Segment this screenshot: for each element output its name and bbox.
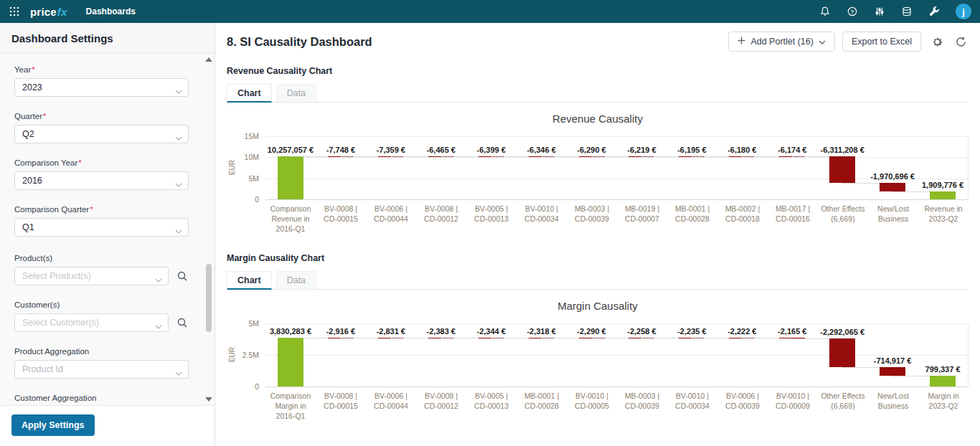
category-label: Margin in 2023-Q2 xyxy=(918,391,969,422)
category-label: MB-0002 | CD-00018 xyxy=(717,204,768,234)
export-to-excel-button[interactable]: Export to Excel xyxy=(842,32,921,52)
required-asterisk: * xyxy=(43,112,46,120)
year-select[interactable]: 2023 xyxy=(14,78,189,97)
chevron-down-icon xyxy=(175,368,182,378)
margin-causality-portlet: Margin Causality Chart Chart Data Margin… xyxy=(227,253,969,422)
logo-price: price xyxy=(30,6,57,18)
product-search-icon[interactable] xyxy=(176,270,189,283)
tab-chart[interactable]: Chart xyxy=(227,271,272,290)
product-aggregation-select[interactable]: Product Id xyxy=(14,360,189,379)
category-label: Comparison Margin in 2016-Q1 xyxy=(265,391,316,422)
user-avatar[interactable]: j xyxy=(956,4,971,19)
value-label: 10,257,057 € xyxy=(268,146,314,154)
category-label: BV-0006 | CD-00039 xyxy=(717,391,768,422)
bell-icon[interactable] xyxy=(819,6,831,17)
field-products: Product(s) Select Product(s) xyxy=(14,254,189,285)
plus-icon xyxy=(738,37,745,47)
field-customer-aggregation: Customer Aggregation Customer Id xyxy=(14,394,189,405)
category-label: BV-0010 | CD-00005 xyxy=(567,391,617,422)
gridline xyxy=(265,179,968,179)
y-tick-label: 0 xyxy=(255,382,259,391)
sidebar-scrollbar xyxy=(205,56,212,403)
customer-search-icon[interactable] xyxy=(176,317,189,329)
gridline xyxy=(265,157,968,158)
margin-causality-chart: Margin Causality EUR 5M2.5M0 3,830,283 €… xyxy=(227,300,969,422)
field-comparison-quarter-label: Comparison Quarter xyxy=(14,205,89,214)
y-axis-label: EUR xyxy=(228,340,236,369)
category-label: BV-0006 | CD-00044 xyxy=(366,204,416,234)
svg-text:?: ? xyxy=(851,9,854,15)
value-label: -6,465 € xyxy=(427,146,456,154)
customers-select[interactable]: Select Customer(s) xyxy=(14,313,169,332)
dashboard-main: 8. SI Causality Dashboard Add Portlet (1… xyxy=(215,23,980,446)
value-label: -2,258 € xyxy=(627,327,656,336)
app-grid-icon[interactable] xyxy=(9,6,20,17)
apply-settings-button[interactable]: Apply Settings xyxy=(11,414,95,436)
category-label: BV-0008 | CD-00012 xyxy=(416,204,466,234)
refresh-icon[interactable] xyxy=(953,34,969,49)
value-label: -2,290 € xyxy=(577,327,606,336)
category-label: Revenue in 2023-Q2 xyxy=(918,204,969,234)
gridline xyxy=(265,136,968,137)
add-portlet-button[interactable]: Add Portlet (16) xyxy=(728,32,835,52)
value-label: -6,311,208 € xyxy=(821,146,864,154)
scroll-down-arrow[interactable] xyxy=(205,397,212,402)
help-icon[interactable]: ? xyxy=(847,6,858,17)
category-label: MB-0001 | CD-00028 xyxy=(517,391,567,422)
logo-fx: fx xyxy=(57,6,67,18)
value-label: -6,195 € xyxy=(677,146,706,154)
field-year-label: Year xyxy=(14,65,31,74)
category-axis: Comparison Revenue in 2016-Q1BV-0008 | C… xyxy=(265,204,969,234)
value-label: -2,222 € xyxy=(727,327,756,336)
waterfall-bar xyxy=(278,156,303,199)
value-label: -6,219 € xyxy=(627,146,656,154)
tab-chart[interactable]: Chart xyxy=(227,84,272,103)
value-label: -2,292,065 € xyxy=(820,328,864,336)
sidebar-footer: Apply Settings xyxy=(0,405,215,446)
value-label: -1,970,696 € xyxy=(870,172,915,181)
value-label: -6,346 € xyxy=(527,146,555,154)
settings-gear-icon[interactable] xyxy=(930,34,945,49)
gridline xyxy=(265,386,968,387)
nav-dashboards[interactable]: Dashboards xyxy=(86,6,136,16)
chevron-down-icon xyxy=(819,37,826,47)
value-label: -2,831 € xyxy=(377,327,405,336)
category-label: BV-0010 | CD-00034 xyxy=(517,204,567,234)
pricefx-logo[interactable]: pricefx xyxy=(30,6,67,18)
value-label: -2,344 € xyxy=(476,327,505,336)
value-label: -6,180 € xyxy=(727,146,756,154)
value-label: -7,359 € xyxy=(377,146,405,154)
field-customer-aggregation-label: Customer Aggregation xyxy=(14,394,96,402)
tab-data[interactable]: Data xyxy=(276,271,316,289)
value-label: -6,174 € xyxy=(778,146,806,154)
category-label: Comparison Revenue in 2016-Q1 xyxy=(265,204,316,234)
field-comparison-quarter: Comparison Quarter* Q1 xyxy=(14,205,189,237)
chevron-down-icon xyxy=(155,321,162,331)
scroll-up-arrow[interactable] xyxy=(205,57,212,62)
portlet-heading: Revenue Causality Chart xyxy=(227,66,969,76)
required-asterisk: * xyxy=(78,158,81,167)
category-label: MB-0017 | CD-00016 xyxy=(768,204,818,234)
products-select[interactable]: Select Product(s) xyxy=(14,267,169,285)
sliders-icon[interactable] xyxy=(874,6,885,17)
chevron-down-icon xyxy=(175,86,182,96)
category-label: MB-0019 | CD-00007 xyxy=(617,204,667,234)
tab-data[interactable]: Data xyxy=(276,84,316,102)
comparison-quarter-select[interactable]: Q1 xyxy=(14,218,189,237)
field-product-aggregation-label: Product Aggregation xyxy=(14,347,89,356)
comparison-year-select[interactable]: 2016 xyxy=(14,171,189,190)
plot-area: 10,257,057 €-7,748 €-7,359 €-6,465 €-6,3… xyxy=(265,136,969,199)
database-icon[interactable] xyxy=(901,6,913,17)
top-bar: pricefx Dashboards ? xyxy=(0,0,980,23)
category-label: BV-0010 | CD-00034 xyxy=(667,391,717,422)
category-label: BV-0005 | CD-00013 xyxy=(466,391,517,422)
scrollbar-thumb[interactable] xyxy=(206,264,212,332)
category-label: MB-0001 | CD-00028 xyxy=(667,204,717,234)
page-title: 8. SI Causality Dashboard xyxy=(227,35,372,49)
y-axis: EUR 15M10M5M0 xyxy=(227,136,265,199)
waterfall-bar xyxy=(930,376,956,386)
quarter-select[interactable]: Q2 xyxy=(14,125,189,143)
tools-icon[interactable] xyxy=(928,6,940,17)
chart-title: Margin Causality xyxy=(227,300,969,312)
category-label: BV-0008 | CD-00015 xyxy=(316,391,366,422)
